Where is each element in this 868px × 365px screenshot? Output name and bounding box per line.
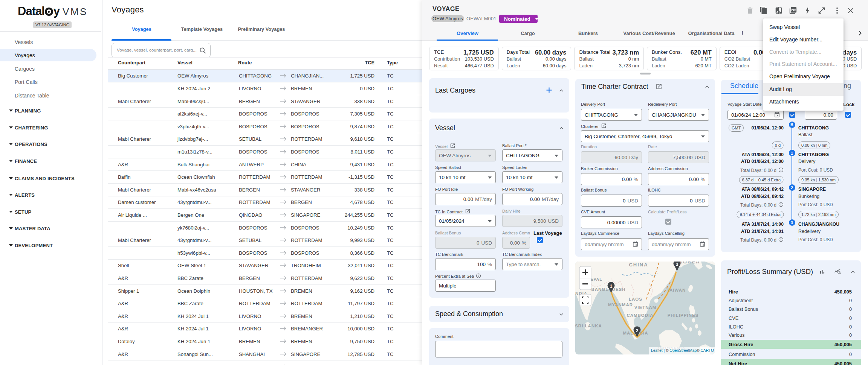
svg-text:EPAL: EPAL	[590, 277, 602, 281]
svg-text:2: 2	[636, 328, 639, 333]
svg-text:CHINA: CHINA	[629, 262, 648, 268]
svg-text:PHILIPPINES: PHILIPPINES	[668, 313, 699, 318]
svg-text:Leaflet | © OpenStreetMap© CAR: Leaflet | © OpenStreetMap© CARTO	[651, 348, 714, 353]
svg-text:VIETNAM: VIETNAM	[634, 305, 657, 310]
svg-text:1: 1	[610, 284, 613, 289]
svg-text:SRI LANKA: SRI LANKA	[575, 324, 602, 328]
svg-text:TAIWAN: TAIWAN	[667, 288, 686, 292]
svg-text:LAOS: LAOS	[629, 297, 642, 301]
svg-text:3: 3	[676, 262, 679, 267]
svg-text:MYANMAR: MYANMAR	[608, 303, 633, 307]
svg-text:CAMBODIA: CAMBODIA	[627, 313, 653, 318]
svg-text:KOREA: KOREA	[679, 262, 700, 265]
